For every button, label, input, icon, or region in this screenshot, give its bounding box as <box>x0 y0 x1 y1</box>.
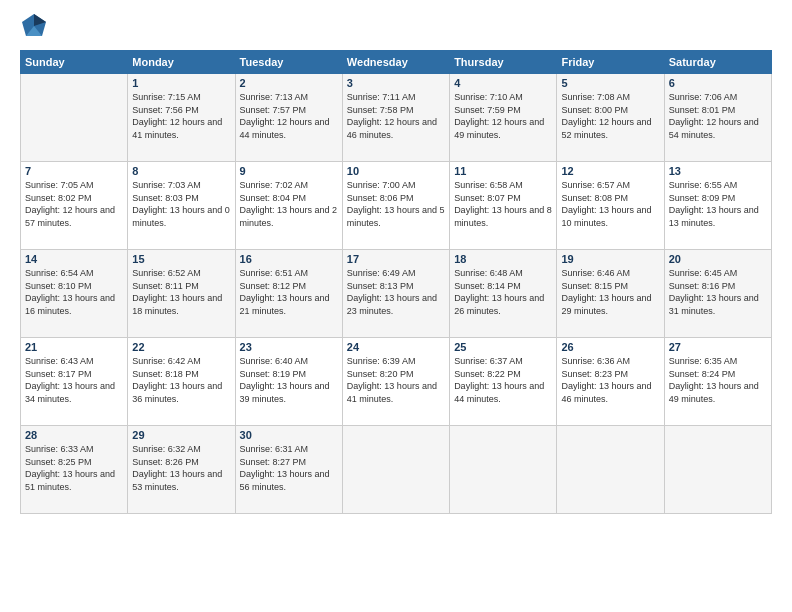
daylight-text: Daylight: 13 hours and 23 minutes. <box>347 292 445 317</box>
sunrise-text: Sunrise: 6:43 AM <box>25 355 123 368</box>
calendar-cell: 29 Sunrise: 6:32 AM Sunset: 8:26 PM Dayl… <box>128 426 235 514</box>
sunset-text: Sunset: 8:11 PM <box>132 280 230 293</box>
daylight-text: Daylight: 13 hours and 10 minutes. <box>561 204 659 229</box>
sunrise-text: Sunrise: 7:13 AM <box>240 91 338 104</box>
daylight-text: Daylight: 13 hours and 0 minutes. <box>132 204 230 229</box>
calendar-body: 1 Sunrise: 7:15 AM Sunset: 7:56 PM Dayli… <box>21 74 772 514</box>
day-number: 21 <box>25 341 123 353</box>
daylight-text: Daylight: 13 hours and 13 minutes. <box>669 204 767 229</box>
sunrise-text: Sunrise: 6:58 AM <box>454 179 552 192</box>
sunrise-text: Sunrise: 7:05 AM <box>25 179 123 192</box>
cell-text: Sunrise: 6:58 AM Sunset: 8:07 PM Dayligh… <box>454 179 552 229</box>
cell-text: Sunrise: 7:06 AM Sunset: 8:01 PM Dayligh… <box>669 91 767 141</box>
calendar-cell: 27 Sunrise: 6:35 AM Sunset: 8:24 PM Dayl… <box>664 338 771 426</box>
calendar-cell: 1 Sunrise: 7:15 AM Sunset: 7:56 PM Dayli… <box>128 74 235 162</box>
day-number: 8 <box>132 165 230 177</box>
calendar-cell: 3 Sunrise: 7:11 AM Sunset: 7:58 PM Dayli… <box>342 74 449 162</box>
sunrise-text: Sunrise: 7:15 AM <box>132 91 230 104</box>
day-number: 28 <box>25 429 123 441</box>
cell-text: Sunrise: 6:57 AM Sunset: 8:08 PM Dayligh… <box>561 179 659 229</box>
calendar-cell: 21 Sunrise: 6:43 AM Sunset: 8:17 PM Dayl… <box>21 338 128 426</box>
day-number: 30 <box>240 429 338 441</box>
col-friday: Friday <box>557 51 664 74</box>
cell-text: Sunrise: 6:49 AM Sunset: 8:13 PM Dayligh… <box>347 267 445 317</box>
cell-text: Sunrise: 6:36 AM Sunset: 8:23 PM Dayligh… <box>561 355 659 405</box>
cell-text: Sunrise: 6:40 AM Sunset: 8:19 PM Dayligh… <box>240 355 338 405</box>
sunrise-text: Sunrise: 6:46 AM <box>561 267 659 280</box>
calendar-table: Sunday Monday Tuesday Wednesday Thursday… <box>20 50 772 514</box>
cell-text: Sunrise: 6:35 AM Sunset: 8:24 PM Dayligh… <box>669 355 767 405</box>
cell-text: Sunrise: 7:10 AM Sunset: 7:59 PM Dayligh… <box>454 91 552 141</box>
sunrise-text: Sunrise: 6:48 AM <box>454 267 552 280</box>
daylight-text: Daylight: 12 hours and 52 minutes. <box>561 116 659 141</box>
sunset-text: Sunset: 8:15 PM <box>561 280 659 293</box>
calendar-cell: 8 Sunrise: 7:03 AM Sunset: 8:03 PM Dayli… <box>128 162 235 250</box>
sunrise-text: Sunrise: 6:31 AM <box>240 443 338 456</box>
sunset-text: Sunset: 8:09 PM <box>669 192 767 205</box>
daylight-text: Daylight: 13 hours and 26 minutes. <box>454 292 552 317</box>
day-number: 25 <box>454 341 552 353</box>
calendar-cell: 18 Sunrise: 6:48 AM Sunset: 8:14 PM Dayl… <box>450 250 557 338</box>
sunrise-text: Sunrise: 6:42 AM <box>132 355 230 368</box>
cell-text: Sunrise: 6:37 AM Sunset: 8:22 PM Dayligh… <box>454 355 552 405</box>
sunset-text: Sunset: 8:04 PM <box>240 192 338 205</box>
sunset-text: Sunset: 8:20 PM <box>347 368 445 381</box>
daylight-text: Daylight: 13 hours and 39 minutes. <box>240 380 338 405</box>
calendar-week-row: 21 Sunrise: 6:43 AM Sunset: 8:17 PM Dayl… <box>21 338 772 426</box>
calendar-cell: 19 Sunrise: 6:46 AM Sunset: 8:15 PM Dayl… <box>557 250 664 338</box>
daylight-text: Daylight: 13 hours and 5 minutes. <box>347 204 445 229</box>
sunrise-text: Sunrise: 6:45 AM <box>669 267 767 280</box>
day-number: 1 <box>132 77 230 89</box>
col-tuesday: Tuesday <box>235 51 342 74</box>
calendar-cell: 24 Sunrise: 6:39 AM Sunset: 8:20 PM Dayl… <box>342 338 449 426</box>
sunset-text: Sunset: 7:58 PM <box>347 104 445 117</box>
cell-text: Sunrise: 6:32 AM Sunset: 8:26 PM Dayligh… <box>132 443 230 493</box>
day-number: 5 <box>561 77 659 89</box>
col-thursday: Thursday <box>450 51 557 74</box>
sunrise-text: Sunrise: 7:08 AM <box>561 91 659 104</box>
sunset-text: Sunset: 7:59 PM <box>454 104 552 117</box>
day-number: 12 <box>561 165 659 177</box>
day-number: 20 <box>669 253 767 265</box>
calendar-cell: 25 Sunrise: 6:37 AM Sunset: 8:22 PM Dayl… <box>450 338 557 426</box>
daylight-text: Daylight: 13 hours and 46 minutes. <box>561 380 659 405</box>
calendar-week-row: 28 Sunrise: 6:33 AM Sunset: 8:25 PM Dayl… <box>21 426 772 514</box>
day-number: 14 <box>25 253 123 265</box>
cell-text: Sunrise: 7:08 AM Sunset: 8:00 PM Dayligh… <box>561 91 659 141</box>
calendar-cell: 28 Sunrise: 6:33 AM Sunset: 8:25 PM Dayl… <box>21 426 128 514</box>
col-monday: Monday <box>128 51 235 74</box>
sunset-text: Sunset: 8:25 PM <box>25 456 123 469</box>
calendar-cell <box>450 426 557 514</box>
calendar-week-row: 1 Sunrise: 7:15 AM Sunset: 7:56 PM Dayli… <box>21 74 772 162</box>
calendar-cell: 26 Sunrise: 6:36 AM Sunset: 8:23 PM Dayl… <box>557 338 664 426</box>
sunset-text: Sunset: 8:03 PM <box>132 192 230 205</box>
daylight-text: Daylight: 12 hours and 46 minutes. <box>347 116 445 141</box>
daylight-text: Daylight: 13 hours and 56 minutes. <box>240 468 338 493</box>
day-number: 7 <box>25 165 123 177</box>
cell-text: Sunrise: 7:00 AM Sunset: 8:06 PM Dayligh… <box>347 179 445 229</box>
cell-text: Sunrise: 6:33 AM Sunset: 8:25 PM Dayligh… <box>25 443 123 493</box>
calendar-cell: 10 Sunrise: 7:00 AM Sunset: 8:06 PM Dayl… <box>342 162 449 250</box>
calendar-cell: 12 Sunrise: 6:57 AM Sunset: 8:08 PM Dayl… <box>557 162 664 250</box>
day-number: 19 <box>561 253 659 265</box>
sunset-text: Sunset: 8:00 PM <box>561 104 659 117</box>
sunrise-text: Sunrise: 6:39 AM <box>347 355 445 368</box>
daylight-text: Daylight: 13 hours and 34 minutes. <box>25 380 123 405</box>
daylight-text: Daylight: 13 hours and 36 minutes. <box>132 380 230 405</box>
calendar-week-row: 7 Sunrise: 7:05 AM Sunset: 8:02 PM Dayli… <box>21 162 772 250</box>
sunset-text: Sunset: 8:13 PM <box>347 280 445 293</box>
cell-text: Sunrise: 6:43 AM Sunset: 8:17 PM Dayligh… <box>25 355 123 405</box>
sunset-text: Sunset: 8:02 PM <box>25 192 123 205</box>
sunrise-text: Sunrise: 6:49 AM <box>347 267 445 280</box>
sunset-text: Sunset: 8:17 PM <box>25 368 123 381</box>
cell-text: Sunrise: 7:15 AM Sunset: 7:56 PM Dayligh… <box>132 91 230 141</box>
daylight-text: Daylight: 12 hours and 41 minutes. <box>132 116 230 141</box>
day-number: 17 <box>347 253 445 265</box>
daylight-text: Daylight: 12 hours and 49 minutes. <box>454 116 552 141</box>
daylight-text: Daylight: 13 hours and 49 minutes. <box>669 380 767 405</box>
sunset-text: Sunset: 8:08 PM <box>561 192 659 205</box>
cell-text: Sunrise: 6:52 AM Sunset: 8:11 PM Dayligh… <box>132 267 230 317</box>
day-number: 22 <box>132 341 230 353</box>
calendar-cell: 22 Sunrise: 6:42 AM Sunset: 8:18 PM Dayl… <box>128 338 235 426</box>
sunset-text: Sunset: 8:06 PM <box>347 192 445 205</box>
